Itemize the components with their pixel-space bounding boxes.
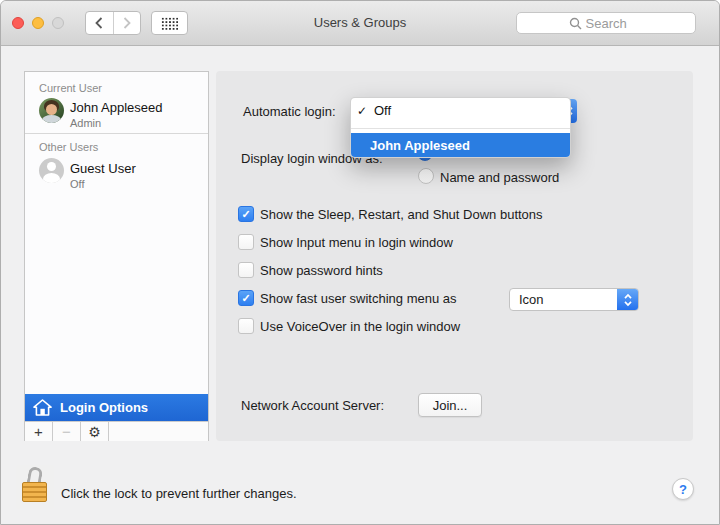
menu-item-off-label: Off — [374, 103, 391, 118]
add-user-button[interactable]: + — [25, 422, 53, 441]
checkbox-password-hints[interactable] — [238, 262, 254, 278]
guest-user-status: Off — [70, 178, 84, 190]
checkbox-fast-user-switching[interactable]: ✓ — [238, 290, 254, 306]
chevron-up-down-icon — [617, 289, 638, 310]
sidebar-divider — [25, 133, 208, 134]
current-user-role: Admin — [70, 117, 101, 129]
current-user-name: John Appleseed — [70, 100, 163, 115]
menu-item-john-appleseed-label: John Appleseed — [370, 138, 470, 153]
help-icon: ? — [679, 482, 687, 497]
help-button[interactable]: ? — [672, 478, 694, 500]
automatic-login-menu: ✓ Off John Appleseed — [350, 97, 571, 158]
checkbox-input-menu[interactable] — [238, 234, 254, 250]
checkbox-voiceover-label[interactable]: Use VoiceOver in the login window — [260, 319, 460, 334]
remove-user-button[interactable]: − — [53, 422, 81, 441]
checkbox-sleep-restart-shutdown[interactable]: ✓ — [238, 206, 254, 222]
check-icon: ✓ — [241, 292, 250, 304]
fast-user-switching-popup[interactable]: Icon — [509, 288, 639, 311]
join-button[interactable]: Join... — [418, 393, 482, 417]
user-list-sidebar: Current User John Appleseed Admin Other … — [24, 71, 209, 441]
menu-item-off[interactable]: ✓ Off — [351, 98, 570, 123]
automatic-login-label: Automatic login: — [243, 104, 336, 119]
checkbox-voiceover[interactable] — [238, 318, 254, 334]
checkbox-password-hints-label[interactable]: Show password hints — [260, 263, 383, 278]
users-groups-window: Users & Groups Current User John Applese… — [0, 0, 720, 525]
search-input[interactable] — [586, 16, 644, 31]
radio-name-and-password-label[interactable]: Name and password — [440, 170, 559, 185]
other-users-header: Other Users — [39, 141, 98, 153]
search-icon — [569, 17, 582, 30]
menu-separator — [351, 123, 570, 133]
login-options-label: Login Options — [60, 400, 148, 415]
sidebar-action-bar: + − ⚙ — [25, 421, 208, 441]
home-icon — [33, 399, 52, 416]
checkbox-fast-user-switching-label[interactable]: Show fast user switching menu as — [260, 291, 457, 306]
checkmark-icon: ✓ — [357, 104, 374, 118]
check-icon: ✓ — [241, 208, 250, 220]
join-button-label: Join... — [433, 398, 468, 413]
sidebar-item-login-options[interactable]: Login Options — [25, 394, 208, 421]
current-user-header: Current User — [39, 82, 102, 94]
checkbox-input-menu-label[interactable]: Show Input menu in login window — [260, 235, 453, 250]
radio-name-and-password[interactable] — [418, 168, 434, 184]
network-account-server-label: Network Account Server: — [241, 398, 384, 413]
lock-button[interactable] — [16, 465, 54, 509]
fast-user-switching-value: Icon — [519, 292, 617, 307]
gear-icon[interactable]: ⚙ — [81, 422, 109, 441]
guest-user-avatar — [39, 158, 64, 183]
menu-item-john-appleseed[interactable]: John Appleseed — [351, 133, 570, 157]
checkbox-sleep-restart-shutdown-label[interactable]: Show the Sleep, Restart, and Shut Down b… — [260, 207, 543, 222]
toolbar: Users & Groups — [1, 1, 719, 46]
current-user-avatar — [39, 98, 64, 123]
lock-message: Click the lock to prevent further change… — [61, 486, 297, 501]
guest-user-name: Guest User — [70, 161, 136, 176]
search-field[interactable] — [516, 12, 696, 34]
